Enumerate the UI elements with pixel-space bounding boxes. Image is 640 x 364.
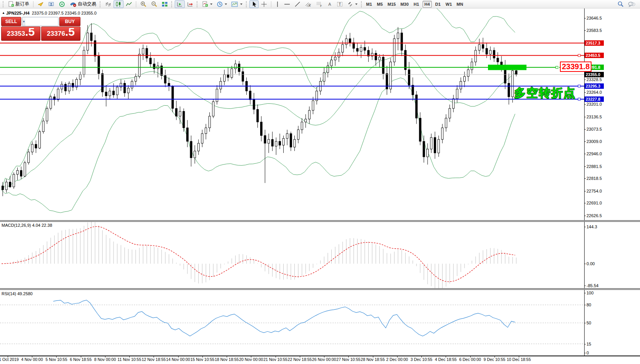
trendline-button[interactable] — [292, 0, 302, 8]
zoom-in-button[interactable] — [138, 0, 149, 8]
candle — [187, 120, 189, 147]
toolbar-grip[interactable] — [3, 1, 5, 7]
line-handle[interactable] — [578, 98, 580, 100]
sell-price-fraction: .5 — [25, 27, 35, 37]
candle — [482, 38, 484, 52]
candle — [382, 54, 384, 80]
candle — [397, 27, 399, 50]
candle — [453, 95, 455, 112]
candle — [297, 126, 299, 143]
timeframe-toolbar: M1M5M15M30H1H4D1W1MN — [364, 1, 465, 8]
time-axis-label: 5 Nov 10:55 — [45, 357, 67, 362]
volume-decrease-button[interactable]: ▼ — [22, 17, 25, 26]
macd-panel-canvas[interactable] — [0, 222, 584, 289]
line-handle[interactable] — [556, 66, 558, 68]
symbol-info-bar: ▲ JPN225-,H4 23375.0 23397.5 23345.0 233… — [2, 11, 97, 15]
chart-shift-button[interactable] — [185, 0, 195, 8]
candlestick-button[interactable] — [114, 0, 124, 8]
sell-button[interactable]: SELL — [1, 17, 21, 26]
chart-collapse-icon[interactable]: ▲ — [2, 11, 5, 15]
autotrading-button[interactable]: 自动交易 — [68, 0, 98, 8]
main-toolbar: 新订单 自动交易 — [0, 0, 640, 8]
cursor-button[interactable] — [249, 0, 259, 8]
horizontal-line-button[interactable] — [282, 0, 292, 8]
timeframe-button-m30[interactable]: M30 — [399, 1, 410, 8]
time-axis-label: 15 Nov 10:55 — [190, 357, 214, 362]
price-tick — [584, 154, 586, 154]
main-chart-canvas[interactable] — [0, 8, 584, 221]
candle — [153, 58, 155, 73]
candle — [183, 108, 185, 131]
candle — [364, 41, 366, 54]
candle — [323, 68, 325, 85]
rsi-tick — [584, 344, 586, 344]
vertical-line-button[interactable] — [273, 0, 282, 8]
indicators-button[interactable] — [200, 0, 214, 8]
candle — [53, 94, 55, 105]
rsi-label: RSI(14) 49.2580 — [2, 291, 33, 296]
zoom-out-button[interactable] — [149, 0, 159, 8]
candle — [39, 130, 41, 149]
timeframe-button-mn[interactable]: MN — [455, 1, 465, 8]
template-icon — [231, 1, 238, 7]
candle — [471, 58, 473, 73]
crosshair-button[interactable] — [259, 0, 269, 8]
timeframe-button-d1[interactable]: D1 — [433, 1, 443, 8]
macd-signal-line — [2, 226, 515, 282]
timeframe-button-w1[interactable]: W1 — [444, 1, 454, 8]
price-axis-label: 23646.5 — [587, 16, 602, 20]
price-line-chip: 23295.3 — [585, 83, 604, 89]
signals-button[interactable] — [57, 0, 67, 8]
candle — [419, 112, 421, 145]
candle — [135, 73, 137, 85]
templates-button[interactable] — [229, 0, 244, 8]
price-axis-label: 22754.0 — [587, 189, 602, 193]
candle — [120, 79, 122, 91]
sell-price-display[interactable]: 23353.5 — [1, 27, 40, 41]
time-axis-label: 11 Nov 10:55 — [117, 357, 141, 362]
profile-button[interactable] — [46, 0, 57, 8]
price-axis-line — [584, 8, 585, 356]
search-icon[interactable] — [617, 1, 624, 7]
price-axis-label: 22881.5 — [587, 164, 602, 169]
price-tag-label[interactable]: 23391.8 — [560, 61, 592, 72]
line-chart-button[interactable] — [124, 0, 134, 8]
macd-panel-divider[interactable] — [0, 220, 640, 222]
svg-text:A: A — [328, 2, 331, 7]
channel-button[interactable]: E — [303, 0, 314, 8]
price-tick — [584, 104, 586, 105]
time-axis-label: 3 Dec 10:55 — [411, 357, 433, 362]
line-handle[interactable] — [578, 85, 580, 87]
periods-button[interactable] — [215, 0, 229, 8]
fibonacci-button[interactable]: F — [314, 0, 325, 8]
bar-chart-button[interactable] — [103, 0, 113, 8]
candle — [408, 62, 410, 89]
buy-button[interactable]: BUY — [59, 17, 80, 26]
timeframe-button-h1[interactable]: H1 — [412, 1, 421, 8]
timeframe-button-m1[interactable]: M1 — [364, 1, 374, 8]
time-axis-label: 4 Dec 18:55 — [435, 357, 457, 362]
candle — [131, 79, 133, 91]
chat-icon[interactable] — [628, 1, 635, 7]
shapes-button[interactable] — [345, 0, 359, 8]
timeframe-button-m5[interactable]: M5 — [375, 1, 384, 8]
timeframe-button-h4[interactable]: H4 — [423, 1, 432, 8]
rsi-panel-canvas[interactable] — [0, 290, 584, 355]
volume-input[interactable] — [25, 17, 58, 26]
candle — [201, 130, 203, 147]
auto-scroll-button[interactable] — [175, 0, 185, 8]
buy-price-display[interactable]: 23376.5 — [41, 27, 80, 41]
label-button[interactable]: T — [335, 0, 345, 8]
timeframe-button-m15[interactable]: M15 — [386, 1, 397, 8]
rsi-panel-divider[interactable] — [0, 288, 640, 290]
shapes-dropdown-arrow — [355, 3, 358, 5]
tile-windows-button[interactable] — [160, 0, 170, 8]
send-button[interactable] — [35, 0, 46, 8]
highlight-rectangle[interactable] — [488, 65, 526, 70]
new-order-button[interactable]: 新订单 — [6, 0, 31, 8]
line-handle[interactable] — [578, 54, 580, 57]
price-tick — [584, 18, 586, 18]
bar-chart-icon — [105, 1, 111, 7]
candle — [401, 29, 403, 56]
text-button[interactable]: A — [325, 0, 334, 8]
